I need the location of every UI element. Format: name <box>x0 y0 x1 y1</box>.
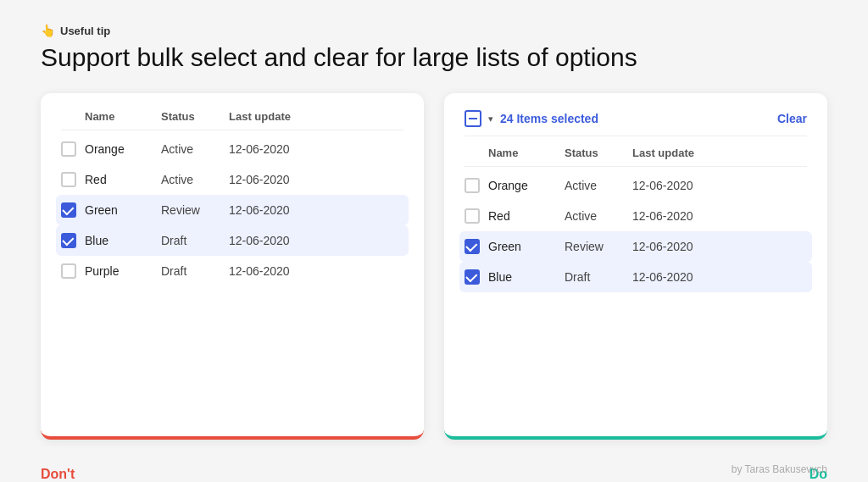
left-date-green: 12-06-2020 <box>229 203 322 217</box>
left-col-check <box>61 110 85 123</box>
left-row-green: Green Review 12-06-2020 <box>56 195 409 225</box>
right-status-orange: Active <box>565 179 632 192</box>
left-date-purple: 12-06-2020 <box>229 264 322 278</box>
right-name-red: Red <box>488 209 565 223</box>
right-status-red: Active <box>565 209 632 223</box>
left-row-purple: Purple Draft 12-06-2020 <box>61 256 403 286</box>
dont-panel: Name Status Last update Orange Active 12… <box>41 93 424 440</box>
right-date-orange: 12-06-2020 <box>632 179 726 192</box>
right-row-green: Green Review 12-06-2020 <box>459 231 812 262</box>
right-date-red: 12-06-2020 <box>632 209 726 223</box>
left-name-green: Green <box>85 203 161 217</box>
left-checkbox-blue[interactable] <box>61 233 76 248</box>
left-status-purple: Draft <box>161 264 229 278</box>
bulk-select-icon[interactable] <box>465 110 481 127</box>
do-panel: ▾ 24 Items selected Clear Name Status La… <box>444 93 827 440</box>
right-name-orange: Orange <box>488 179 565 192</box>
right-checkbox-blue[interactable] <box>465 269 480 285</box>
left-row-orange: Orange Active 12-06-2020 <box>61 134 403 164</box>
left-col-name: Name <box>85 110 161 123</box>
left-name-red: Red <box>85 173 161 186</box>
right-status-blue: Draft <box>565 270 632 284</box>
right-date-green: 12-06-2020 <box>632 240 726 253</box>
left-row-blue: Blue Draft 12-06-2020 <box>56 225 409 256</box>
bulk-dropdown-arrow[interactable]: ▾ <box>488 114 493 125</box>
page-title: Support bulk select and clear for large … <box>41 42 827 73</box>
right-row-blue: Blue Draft 12-06-2020 <box>459 262 812 292</box>
left-status-red: Active <box>161 173 229 186</box>
left-col-status: Status <box>161 110 229 123</box>
right-col-name: Name <box>488 147 565 159</box>
right-table-header: Name Status Last update <box>465 147 807 167</box>
right-date-blue: 12-06-2020 <box>632 270 726 284</box>
left-status-orange: Active <box>161 142 229 156</box>
tip-row: 👆 Useful tip <box>41 24 827 37</box>
bulk-clear-button[interactable]: Clear <box>777 112 807 125</box>
left-status-blue: Draft <box>161 234 229 247</box>
panels-row: Name Status Last update Orange Active 12… <box>41 93 827 440</box>
left-table-header: Name Status Last update <box>61 110 403 130</box>
bulk-bar: ▾ 24 Items selected Clear <box>465 110 807 136</box>
tip-icon: 👆 <box>41 24 55 37</box>
right-name-blue: Blue <box>488 270 565 284</box>
page-wrapper: 👆 Useful tip Support bulk select and cle… <box>0 0 868 482</box>
right-row-orange: Orange Active 12-06-2020 <box>465 170 807 201</box>
right-checkbox-red[interactable] <box>465 208 480 224</box>
left-status-green: Review <box>161 203 229 217</box>
left-checkbox-green[interactable] <box>61 202 76 218</box>
bulk-count: 24 Items selected <box>500 112 771 125</box>
right-status-green: Review <box>565 240 632 253</box>
left-checkbox-orange[interactable] <box>61 141 76 157</box>
tip-label: Useful tip <box>60 25 110 37</box>
right-name-green: Green <box>488 240 565 253</box>
left-row-red: Red Active 12-06-2020 <box>61 164 403 195</box>
right-col-status: Status <box>565 147 632 159</box>
left-checkbox-purple[interactable] <box>61 263 76 279</box>
left-col-date: Last update <box>229 110 322 123</box>
left-name-purple: Purple <box>85 264 161 278</box>
right-col-date: Last update <box>632 147 726 159</box>
right-row-red: Red Active 12-06-2020 <box>465 201 807 231</box>
right-checkbox-green[interactable] <box>465 239 480 254</box>
dont-label: Don't <box>41 467 75 482</box>
right-checkbox-orange[interactable] <box>465 178 480 193</box>
author-credit: by Taras Bakusevych <box>732 463 827 475</box>
left-date-orange: 12-06-2020 <box>229 142 322 156</box>
left-name-blue: Blue <box>85 234 161 247</box>
left-name-orange: Orange <box>85 142 161 156</box>
left-checkbox-red[interactable] <box>61 172 76 187</box>
left-date-red: 12-06-2020 <box>229 173 322 186</box>
right-col-check <box>465 147 488 159</box>
left-date-blue: 12-06-2020 <box>229 234 322 247</box>
